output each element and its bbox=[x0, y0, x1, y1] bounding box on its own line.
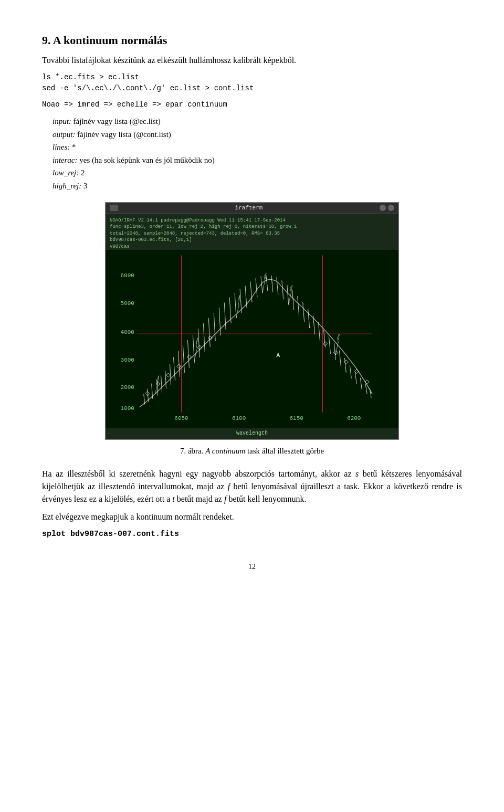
figure-caption-number: 7. bbox=[180, 447, 186, 455]
param-input-value: fájlnév vagy lista (@ec.list) bbox=[74, 117, 161, 125]
svg-rect-0 bbox=[106, 250, 398, 428]
svg-text:6150: 6150 bbox=[290, 416, 303, 422]
svg-text:5000: 5000 bbox=[121, 301, 134, 307]
svg-text:6000: 6000 bbox=[121, 273, 134, 279]
letter-f2: f bbox=[224, 494, 226, 503]
param-high-rej-label: high_rej: bbox=[52, 182, 81, 190]
svg-text:6200: 6200 bbox=[347, 416, 361, 422]
letter-t: t bbox=[172, 494, 174, 503]
parameter-list: input: fájlnév vagy lista (@ec.list) out… bbox=[52, 115, 462, 192]
param-output-label: output: bbox=[52, 130, 75, 139]
svg-text:6100: 6100 bbox=[232, 416, 246, 422]
param-lines-label: lines: bbox=[52, 143, 70, 151]
param-output: output: fájlnév vagy lista (@cont.list) bbox=[52, 129, 462, 141]
continuum-chart: 6000 5000 4000 3000 2000 1000 6050 6100 … bbox=[106, 250, 398, 428]
body-paragraph-2: Ezt elvégezve megkapjuk a kontinuum norm… bbox=[42, 511, 462, 523]
irafterm-close-area bbox=[110, 205, 118, 211]
param-high-rej-value: 3 bbox=[83, 182, 88, 190]
code-line-sed: sed -e 's/\.ec\./\.cont\./g' ec.list > c… bbox=[42, 83, 462, 94]
irafterm-header-area: NOAO/IRAF V2.14.1 padrepagg@Padrepagg We… bbox=[106, 214, 398, 250]
sed-keyword: sed bbox=[42, 84, 55, 92]
intro-paragraph: További listafájlokat készítünk az elkés… bbox=[42, 54, 462, 67]
svg-text:3000: 3000 bbox=[121, 357, 134, 363]
irafterm-window-buttons bbox=[380, 205, 394, 211]
irafterm-header-line-5: v987cas bbox=[110, 244, 394, 250]
chapter-number: 9. bbox=[42, 34, 51, 47]
letter-s: s bbox=[355, 469, 359, 478]
param-output-value: fájlnév vagy lista (@cont.list) bbox=[77, 130, 171, 139]
irafterm-header-line-1: NOAO/IRAF V2.14.1 padrepagg@Padrepagg We… bbox=[110, 217, 394, 224]
noao-line: Noao => imred => echelle => epar continu… bbox=[42, 100, 227, 109]
param-lines: lines: * bbox=[52, 141, 462, 153]
figure-caption-rest: task által illesztett görbe bbox=[247, 447, 324, 455]
splot-command: splot bdv987cas-007.cont.fits bbox=[42, 529, 462, 541]
param-interac: interac: yes (ha sok képünk van és jól m… bbox=[52, 154, 462, 166]
chapter-heading: 9. A kontinuum normálás bbox=[42, 31, 462, 49]
irafterm-header-line-2: func=spline3, order=11, low_rej=2, high_… bbox=[110, 224, 394, 230]
svg-text:4000: 4000 bbox=[121, 330, 134, 336]
figure-caption: 7. ábra. A continuum task által illeszte… bbox=[42, 445, 462, 457]
svg-text:2000: 2000 bbox=[121, 384, 134, 391]
irafterm-titlebar: irafterm bbox=[106, 203, 398, 214]
param-input-label: input: bbox=[52, 117, 71, 125]
code-block-ls-sed: ls *.ec.fits > ec.list sed -e 's/\.ec\./… bbox=[42, 72, 462, 94]
sed-rest: -e 's/\.ec\./\.cont\./g' ec.list > cont.… bbox=[55, 84, 254, 92]
param-low-rej-label: low_rej: bbox=[52, 168, 79, 177]
figure-caption-italic: A continuum bbox=[205, 447, 245, 455]
chapter-title: A kontinuum normálás bbox=[53, 34, 167, 47]
figure-caption-abra: ábra. bbox=[188, 447, 204, 455]
irafterm-header-line-3: total=2048, sample=2048, rejected=743, d… bbox=[110, 230, 394, 237]
param-interac-label: interac: bbox=[52, 156, 77, 164]
param-low-rej-value: 2 bbox=[81, 168, 85, 177]
irafterm-header-line-4: bdv987cas-003.ec.fits, [20,1] bbox=[110, 237, 394, 244]
noao-command: Noao => imred => echelle => epar continu… bbox=[42, 99, 462, 110]
x-axis-label: wavelength bbox=[106, 428, 398, 439]
code-line-ls: ls *.ec.fits > ec.list bbox=[42, 72, 462, 83]
chart-svg: 6000 5000 4000 3000 2000 1000 6050 6100 … bbox=[106, 250, 398, 428]
page-number: 12 bbox=[42, 561, 462, 572]
irafterm-btn-min bbox=[380, 205, 386, 211]
irafterm-title: irafterm bbox=[235, 204, 263, 213]
svg-text:6050: 6050 bbox=[174, 416, 188, 422]
body-paragraph-1: Ha az illesztésből ki szeretnénk hagyni … bbox=[42, 468, 462, 505]
param-low-rej: low_rej: 2 bbox=[52, 167, 462, 179]
param-interac-value: yes (ha sok képünk van és jól működik no… bbox=[79, 156, 214, 164]
letter-f: f bbox=[228, 482, 230, 491]
svg-text:1000: 1000 bbox=[121, 405, 134, 412]
irafterm-btn-max bbox=[388, 205, 394, 211]
figure-irafterm: irafterm NOAO/IRAF V2.14.1 padrepagg@Pad… bbox=[105, 202, 399, 440]
param-input: input: fájlnév vagy lista (@ec.list) bbox=[52, 115, 462, 128]
param-high-rej: high_rej: 3 bbox=[52, 180, 462, 192]
param-lines-value: * bbox=[72, 143, 76, 151]
